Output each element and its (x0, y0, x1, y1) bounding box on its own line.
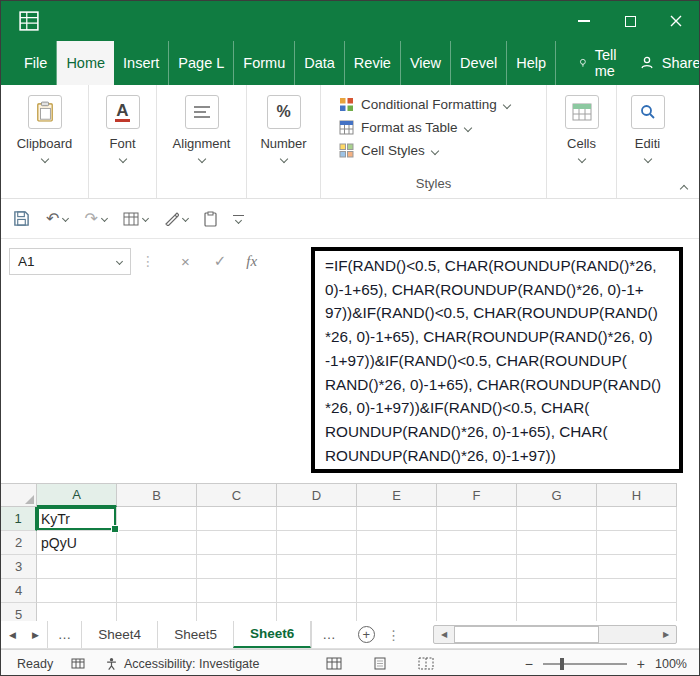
scrollbar-track[interactable] (454, 626, 656, 643)
name-box[interactable]: A1 (9, 248, 131, 275)
undo-button[interactable]: ↶ (46, 211, 68, 227)
column-header-E[interactable]: E (357, 484, 437, 507)
ribbon-group-alignment[interactable]: Alignment (157, 85, 247, 198)
select-all-corner[interactable] (1, 484, 37, 507)
ribbon-group-clipboard[interactable]: Clipboard (1, 85, 89, 198)
sheet-nav-right-button[interactable]: ▶ (24, 621, 47, 648)
cell-A5[interactable] (37, 603, 117, 621)
tab-view[interactable]: View (401, 41, 451, 85)
collapse-ribbon-button[interactable] (680, 185, 688, 193)
tab-data[interactable]: Data (295, 41, 345, 85)
tab-home[interactable]: Home (57, 41, 114, 85)
page-break-view-button[interactable] (418, 657, 434, 670)
column-header-C[interactable]: C (197, 484, 277, 507)
cell-G2[interactable] (517, 531, 597, 555)
cell-C3[interactable] (197, 555, 277, 579)
cell-C5[interactable] (197, 603, 277, 621)
sheet-ellipsis-left[interactable]: … (47, 621, 82, 648)
tab-insert[interactable]: Insert (114, 41, 169, 85)
column-header-B[interactable]: B (117, 484, 197, 507)
cell-D3[interactable] (277, 555, 357, 579)
cell-F4[interactable] (437, 579, 517, 603)
scroll-right-button[interactable]: ▶ (656, 626, 676, 643)
macro-record-button[interactable] (71, 650, 85, 676)
sheet-ellipsis-right[interactable]: … (311, 621, 346, 648)
cell-H1[interactable] (597, 507, 677, 531)
ribbon-group-cells[interactable]: Cells (547, 85, 617, 198)
minimize-button[interactable] (561, 1, 607, 41)
column-header-D[interactable]: D (277, 484, 357, 507)
tab-page-layout[interactable]: Page L (169, 41, 234, 85)
cell-F1[interactable] (437, 507, 517, 531)
cell-B3[interactable] (117, 555, 197, 579)
scrollbar-thumb[interactable] (454, 626, 599, 643)
cell-D5[interactable] (277, 603, 357, 621)
cell-H3[interactable] (597, 555, 677, 579)
cell-G5[interactable] (517, 603, 597, 621)
row-header-2[interactable]: 2 (1, 531, 37, 555)
cell-D1[interactable] (277, 507, 357, 531)
cell-A4[interactable] (37, 579, 117, 603)
page-layout-view-button[interactable] (372, 657, 388, 670)
cell-H2[interactable] (597, 531, 677, 555)
zoom-level[interactable]: 100% (655, 657, 687, 671)
cell-D2[interactable] (277, 531, 357, 555)
add-sheet-button[interactable]: + (358, 626, 375, 643)
insert-function-button[interactable]: fx (246, 253, 257, 270)
cell-D4[interactable] (277, 579, 357, 603)
redo-button[interactable]: ↷ (84, 211, 106, 227)
zoom-in-button[interactable]: + (637, 656, 645, 672)
sheet-nav-left-button[interactable]: ◀ (1, 621, 24, 648)
row-header-1[interactable]: 1 (1, 507, 37, 531)
cell-G3[interactable] (517, 555, 597, 579)
normal-view-button[interactable] (326, 657, 342, 670)
format-as-table-button[interactable]: Format as Table (321, 116, 546, 139)
cell-F2[interactable] (437, 531, 517, 555)
row-header-5[interactable]: 5 (1, 603, 37, 621)
cell-C1[interactable] (197, 507, 277, 531)
cell-A3[interactable] (37, 555, 117, 579)
zoom-slider[interactable] (543, 663, 627, 665)
enter-button[interactable]: ✓ (214, 252, 227, 270)
column-header-G[interactable]: G (517, 484, 597, 507)
column-header-H[interactable]: H (597, 484, 677, 507)
ribbon-group-font[interactable]: A Font (89, 85, 157, 198)
horizontal-scrollbar[interactable]: ◀ ▶ (433, 625, 677, 644)
conditional-formatting-button[interactable]: Conditional Formatting (321, 93, 546, 116)
ribbon-group-editing[interactable]: Editi (617, 85, 678, 198)
tab-file[interactable]: File (15, 41, 57, 85)
formula-input[interactable]: =IF(RAND()<0.5, CHAR(ROUNDUP(RAND()*26, … (311, 247, 683, 473)
row-header-4[interactable]: 4 (1, 579, 37, 603)
tab-formulas[interactable]: Formu (234, 41, 295, 85)
tab-developer[interactable]: Devel (451, 41, 507, 85)
sheet-tab-sheet4[interactable]: Sheet4 (81, 621, 157, 648)
cell-B2[interactable] (117, 531, 197, 555)
column-header-F[interactable]: F (437, 484, 517, 507)
save-button[interactable] (13, 210, 30, 227)
sheet-tab-sheet5[interactable]: Sheet5 (157, 621, 233, 648)
draw-tool-button[interactable] (164, 211, 188, 226)
zoom-out-button[interactable]: − (525, 656, 533, 672)
cell-E2[interactable] (357, 531, 437, 555)
row-header-3[interactable]: 3 (1, 555, 37, 579)
cell-C2[interactable] (197, 531, 277, 555)
cell-B4[interactable] (117, 579, 197, 603)
zoom-slider-handle[interactable] (560, 658, 564, 670)
cell-E5[interactable] (357, 603, 437, 621)
tell-me-button[interactable]: Tell me (570, 41, 631, 85)
share-button[interactable]: Share (631, 41, 700, 85)
column-header-A[interactable]: A (37, 484, 117, 507)
customize-toolbar-button[interactable] (233, 215, 244, 223)
accessibility-status[interactable]: Accessibility: Investigate (105, 650, 259, 676)
paste-button[interactable] (204, 211, 217, 227)
cell-G1[interactable] (517, 507, 597, 531)
cell-A1[interactable]: KyTr (37, 507, 117, 531)
cell-F3[interactable] (437, 555, 517, 579)
cell-H4[interactable] (597, 579, 677, 603)
cell-G4[interactable] (517, 579, 597, 603)
ribbon-group-number[interactable]: % Number (247, 85, 321, 198)
cancel-button[interactable]: × (181, 253, 190, 270)
cell-F5[interactable] (437, 603, 517, 621)
cell-E1[interactable] (357, 507, 437, 531)
maximize-button[interactable] (607, 1, 653, 41)
